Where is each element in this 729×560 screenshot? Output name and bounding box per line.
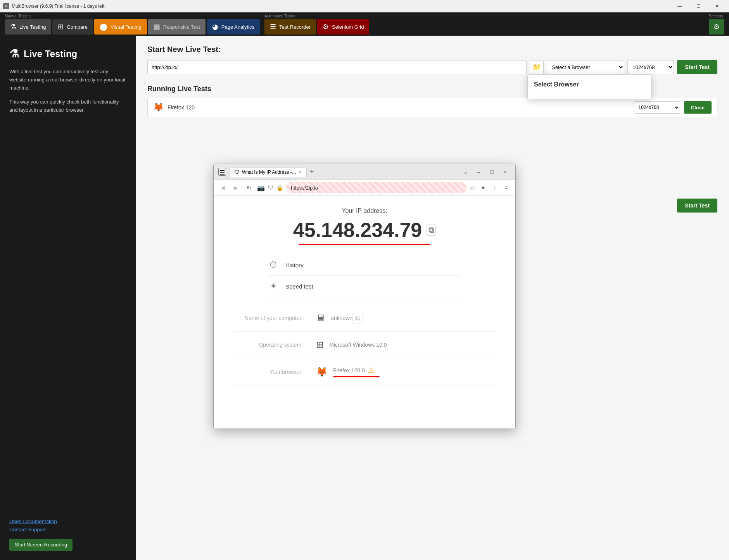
start-screen-recording-button[interactable]: Start Screen Recording — [9, 539, 73, 551]
sidebar-title-text: Live Testing — [24, 48, 77, 59]
contact-support-link[interactable]: Contact Support — [9, 527, 126, 532]
browser-forward-button[interactable]: ▶ — [231, 183, 241, 193]
settings-icon: ⚙ — [713, 22, 720, 31]
app-icon: M — [3, 3, 9, 9]
pocket-button[interactable]: ♥ — [478, 183, 488, 193]
folder-button[interactable]: 📁 — [530, 60, 544, 74]
ip-address-value: 45.148.234.79 — [293, 218, 422, 242]
speed-test-label: Speed test — [285, 283, 313, 290]
os-label: Operating system: — [233, 342, 311, 348]
test-name: Firefox 120 — [168, 104, 634, 111]
titlebar: M MultiBrowser (9.6.9) Trial license - 1… — [0, 0, 729, 12]
titlebar-controls: — ☐ ✕ — [671, 0, 726, 12]
browser-back-button[interactable]: ◀ — [218, 183, 228, 193]
live-testing-label: Live Testing — [19, 24, 46, 30]
start-test-button[interactable]: Start Test — [677, 60, 717, 74]
url-row: 📁 Select a Browser 1024x768 1280x1024 19… — [147, 60, 717, 74]
navbar: Manual Testing ⚗ Live Testing ⊞ Compare … — [0, 12, 729, 36]
compare-icon: ⊞ — [58, 22, 64, 31]
os-value: Microsoft Windows 10.0 — [329, 342, 387, 348]
browser-menu-items: ⏱ History ✦ Speed test — [268, 254, 461, 297]
windows-icon: ⊞ — [316, 339, 324, 350]
computer-name-value: unknown — [331, 315, 352, 321]
automated-testing-group: Automated Testing ☰ Test Recorder ⚙ Sele… — [263, 12, 371, 36]
resolution-select[interactable]: 1024x768 1280x1024 1920x1080 — [627, 60, 674, 74]
manual-testing-label: Manual Testing — [3, 12, 261, 19]
selenium-label: Selenium Grid — [332, 24, 364, 30]
browser-navbar: ◀ ▶ ↻ 📷 🛡 🔒 ☆ ♥ ↑ ≡ — [214, 180, 515, 196]
nav-page-analytics[interactable]: ◕ Page Analytics — [207, 19, 260, 35]
browser-screenshot-icon: 📷 — [257, 184, 265, 192]
browser-warning-icon: ⚠ — [368, 366, 374, 375]
browser-titlebar: ☰ 🛡 What Is My IP Address - Check × + ⌄ … — [214, 164, 515, 180]
content-area: Start New Live Test: 📁 Select a Browser … — [136, 36, 729, 560]
os-row: Operating system: ⊞ Microsoft Windows 10… — [233, 332, 496, 358]
computer-name-copy[interactable]: ⧉ — [352, 313, 363, 323]
test-resolution-select[interactable]: 1024x768 1280x1024 1920x1080 — [634, 101, 680, 114]
browser-minimize-button[interactable]: – — [473, 166, 484, 177]
sidebar-desc1: With a live test you can interactively t… — [9, 68, 126, 92]
history-menu-item[interactable]: ⏱ History — [268, 254, 461, 276]
nav-compare[interactable]: ⊞ Compare — [52, 19, 93, 35]
visual-testing-icon: ⬤ — [100, 22, 107, 31]
minimize-button[interactable]: — — [671, 0, 689, 12]
manual-testing-group: Manual Testing ⚗ Live Testing ⊞ Compare … — [3, 12, 261, 36]
responsive-icon: ▦ — [154, 22, 160, 31]
analytics-label: Page Analytics — [221, 24, 254, 30]
browser-underline — [333, 376, 380, 377]
ip-copy-icon[interactable]: ⧉ — [427, 225, 436, 236]
app-title: MultiBrowser (9.6.9) Trial license - 1 d… — [12, 3, 104, 9]
browser-content: Your IP address: 45.148.234.79 ⧉ ⏱ Histo… — [214, 196, 515, 429]
browser-window-controls: ⌄ – □ × — [460, 166, 511, 177]
tab-favicon: 🛡 — [234, 169, 240, 175]
browser-menu-button[interactable]: ☰ — [218, 168, 226, 176]
visual-testing-label: Visual Testing — [111, 24, 142, 30]
start-new-test-title: Start New Live Test: — [147, 45, 717, 54]
computer-name-row: Name of your computer: 🖥 unknown ⧉ — [233, 305, 496, 332]
ip-address-row: 45.148.234.79 ⧉ — [293, 218, 436, 242]
nav-settings[interactable]: ⚙ — [709, 19, 724, 35]
nav-visual-testing[interactable]: ⬤ Visual Testing — [94, 19, 147, 35]
sidebar: ⚗ Live Testing With a live test you can … — [0, 36, 136, 560]
browser-close-button[interactable]: × — [500, 166, 511, 177]
close-test-button[interactable]: Close — [684, 101, 712, 114]
automated-testing-label: Automated Testing — [263, 12, 371, 19]
settings-label: Settings — [707, 12, 726, 19]
url-input[interactable] — [147, 60, 527, 74]
sidebar-flask-icon: ⚗ — [9, 47, 19, 60]
close-button[interactable]: ✕ — [708, 0, 726, 12]
browser-shield-icon: 🛡 — [268, 185, 273, 191]
nav-responsive-test[interactable]: ▦ Responsive Test — [148, 19, 206, 35]
maximize-button[interactable]: ☐ — [689, 0, 707, 12]
firefox-icon: 🦊 — [153, 102, 164, 112]
browser-tab[interactable]: 🛡 What Is My IP Address - Check × — [229, 167, 307, 177]
nav-live-testing[interactable]: ⚗ Live Testing — [5, 19, 51, 35]
browser-tab-list-button[interactable]: ⌄ — [460, 166, 471, 177]
new-tab-button[interactable]: + — [310, 168, 314, 176]
nav-selenium-grid[interactable]: ⚙ Selenium Grid — [317, 19, 369, 35]
browser-url-input[interactable] — [286, 182, 466, 193]
open-documentation-link[interactable]: Open Documentation — [9, 519, 126, 524]
nav-test-recorder[interactable]: ☰ Test Recorder — [264, 19, 316, 35]
browser-row: Your browser: 🦊 Firefox 120.0 ⚠ — [233, 358, 496, 385]
tab-close-icon[interactable]: × — [299, 169, 302, 175]
browser-select[interactable]: Select a Browser — [547, 60, 624, 74]
menu-button[interactable]: ≡ — [501, 183, 511, 193]
bookmark-button[interactable]: ☆ — [470, 184, 475, 192]
speed-test-menu-item[interactable]: ✦ Speed test — [268, 276, 461, 297]
live-testing-icon: ⚗ — [10, 22, 16, 31]
test-recorder-label: Test Recorder — [279, 24, 311, 30]
main-layout: ⚗ Live Testing With a live test you can … — [0, 36, 729, 560]
right-start-test-button[interactable]: Start Test — [677, 199, 717, 213]
browser-maximize-button[interactable]: □ — [487, 166, 498, 177]
sidebar-links: Open Documentation Contact Support Start… — [9, 519, 126, 551]
share-button[interactable]: ↑ — [490, 183, 500, 193]
sidebar-title-row: ⚗ Live Testing — [9, 47, 126, 60]
folder-icon: 📁 — [532, 63, 541, 71]
ip-underline — [299, 244, 430, 245]
browser-refresh-button[interactable]: ↻ — [244, 183, 254, 193]
manual-testing-items: ⚗ Live Testing ⊞ Compare ⬤ Visual Testin… — [3, 19, 261, 37]
browser-firefox-icon: 🦊 — [316, 366, 328, 377]
sidebar-desc2: This way you can quickly check both func… — [9, 98, 126, 114]
computer-name-label: Name of your computer: — [233, 315, 311, 321]
